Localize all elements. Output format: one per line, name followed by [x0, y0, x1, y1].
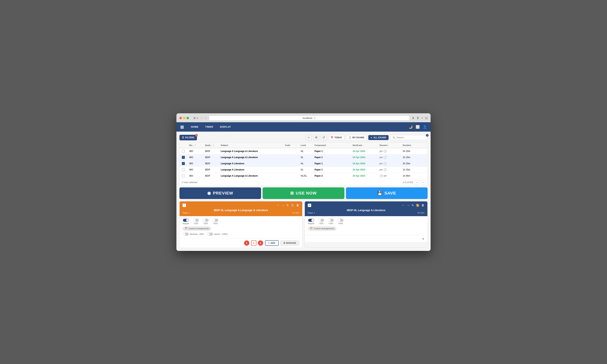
card2-toggle-25-switch[interactable]: [328, 219, 334, 222]
close-button[interactable]: [179, 117, 182, 119]
card2-toggle-regular: Regular: [308, 219, 314, 225]
card2-toggle-regular-switch[interactable]: [308, 219, 314, 222]
add-button[interactable]: + ADD: [265, 240, 279, 246]
col-duration: Duration: [403, 144, 425, 146]
toggle-knob: [318, 219, 321, 221]
row1-session: pm 🕐: [380, 150, 402, 153]
card1-back-icon[interactable]: ←: [276, 204, 280, 207]
search-badge: 2: [426, 134, 428, 137]
toggle-knob: [203, 219, 205, 221]
next-page-button[interactable]: ›: [421, 180, 425, 185]
row1-subject: Language A Language & Literature: [221, 150, 284, 153]
student-toggles: Vanessa +30% James +100%: [183, 233, 299, 235]
row5-checkbox[interactable]: [182, 174, 185, 177]
card1-edit-icon[interactable]: ✎: [286, 204, 289, 207]
card1-header: ✓ ← → ✎ 🎨 🗑 IBDP SL Language A Language …: [179, 201, 302, 216]
expand-button[interactable]: ∨: [422, 237, 424, 240]
card2-edit-icon[interactable]: ✎: [412, 204, 414, 207]
card2-toggle-10: +10%: [318, 219, 324, 225]
toggle-knob: [212, 219, 215, 221]
use-now-button[interactable]: ⊞ USE NOW: [262, 187, 344, 199]
table-row: IBO IBDP Language A Literature SL Paper …: [179, 167, 428, 173]
card2-forward-icon[interactable]: →: [407, 204, 410, 207]
card1-forward-icon[interactable]: →: [281, 204, 284, 207]
back-button[interactable]: ‹: [201, 116, 203, 120]
nav-display[interactable]: DISPLAY: [217, 124, 234, 130]
card1-palette-icon[interactable]: 🎨: [290, 204, 294, 207]
toggle-knob: [338, 219, 340, 221]
card2-toggle-50-switch[interactable]: [338, 219, 344, 222]
toggle-50-switch[interactable]: [212, 219, 218, 222]
row3-date: 24 Apr 2024: [353, 162, 379, 165]
prev-page-button[interactable]: ‹: [415, 180, 419, 185]
nav-timer[interactable]: TIMER: [202, 124, 216, 130]
forward-button[interactable]: ›: [205, 116, 207, 120]
card1-subtitle-row: Paper 1 1h 15m: [183, 212, 299, 214]
james-toggle[interactable]: [207, 233, 213, 235]
nav-home[interactable]: HOME: [188, 124, 201, 130]
maximize-button[interactable]: [187, 117, 189, 119]
nav-links: HOME TIMER DISPLAY: [188, 124, 234, 130]
row4-subject: Language A Literature: [221, 168, 284, 171]
james-name: James: [214, 233, 220, 235]
pagination-text: 1–5 of 631: [402, 181, 413, 184]
card1-delete-icon[interactable]: 🗑: [296, 204, 299, 207]
row2-level: SL: [301, 156, 314, 159]
address-bar[interactable]: localhost ↻: [209, 116, 410, 121]
add-exam-button[interactable]: +: [306, 135, 312, 141]
row1-duration: 2h 15m: [403, 150, 425, 153]
app-header: ▦ HOME TIMER DISPLAY 🌙 ⬜ 👤: [176, 122, 431, 132]
card1-checkbox[interactable]: ✓: [183, 204, 186, 207]
toggle-25-switch[interactable]: [203, 219, 208, 222]
row4-checkbox[interactable]: [182, 168, 185, 171]
custom-label: Custom arrangements: [189, 227, 209, 230]
settings-button[interactable]: ⚙: [313, 135, 319, 141]
toggle-regular-label: Regular: [183, 222, 189, 225]
col-session: Session ↑: [380, 144, 402, 146]
toggle-knob: [311, 219, 314, 221]
toggle-regular-switch[interactable]: [183, 219, 189, 222]
row4-quali: IBDP: [205, 168, 220, 171]
card1-custom-arrangements[interactable]: ⏰ Custom arrangements: [183, 226, 211, 231]
student-james: James +100%: [207, 233, 228, 235]
card2-delete-icon[interactable]: 🗑: [421, 204, 424, 207]
save-label: SAVE: [385, 191, 396, 196]
row4-date: 24 Apr 2024: [353, 168, 379, 171]
quali-filter-icon[interactable]: ▼: [213, 144, 214, 146]
minimize-button[interactable]: [183, 117, 185, 119]
card2-custom-arrangements[interactable]: ⏰ Custom arrangements: [308, 226, 336, 231]
manage-button[interactable]: ⚙ MANAGE: [280, 240, 299, 246]
clock-icon: 🕐: [384, 168, 387, 171]
card2-palette-icon[interactable]: 🎨: [416, 204, 420, 207]
add-tab-icon[interactable]: +: [421, 116, 423, 120]
dark-mode-icon[interactable]: 🌙: [409, 125, 413, 129]
refresh-button[interactable]: ↺: [321, 135, 327, 141]
board-filter-icon[interactable]: ▼: [194, 144, 196, 146]
toolbar: ☰ FILTERS 2 + ⚙ ↺ 📅 TODAY 📋 MY EXAMS: [179, 135, 428, 141]
sidebar-toggle-button[interactable]: ⊞ ∨: [193, 116, 199, 120]
save-button[interactable]: 💾 SAVE: [346, 187, 428, 199]
row2-checkbox[interactable]: ✓: [182, 156, 185, 159]
card2-checkbox[interactable]: ✓: [308, 204, 311, 207]
toggle-10-switch[interactable]: [193, 219, 199, 222]
today-button[interactable]: 📅 TODAY: [328, 135, 345, 140]
preview-button[interactable]: ◉ PREVIEW: [179, 187, 261, 199]
card2-regular-label: Regular: [308, 222, 314, 225]
allexams-button[interactable]: ∞ ALL EXAMS: [368, 135, 389, 140]
collapse-button[interactable]: ∧: [251, 240, 256, 246]
card2-back-icon[interactable]: ←: [402, 204, 405, 207]
browser-actions: ⬇ ⬆ + ⊡: [412, 116, 428, 120]
filter-icon: ☰: [182, 136, 184, 139]
vanessa-toggle[interactable]: [183, 233, 189, 235]
filters-button[interactable]: ☰ FILTERS 2: [179, 135, 197, 140]
tab-manager-icon: ⊡: [425, 116, 428, 120]
layout-icon[interactable]: ⬜: [416, 125, 420, 129]
row1-checkbox[interactable]: [182, 150, 185, 153]
row3-checkbox[interactable]: ✓: [182, 162, 185, 165]
row2-date: 24 Apr 2024: [353, 156, 379, 159]
search-box[interactable]: 🔍 2: [390, 135, 428, 140]
user-icon[interactable]: 👤: [423, 125, 427, 129]
search-input[interactable]: [397, 136, 423, 139]
card2-toggle-10-switch[interactable]: [318, 219, 324, 222]
myexams-button[interactable]: 📋 MY EXAMS: [346, 135, 367, 140]
